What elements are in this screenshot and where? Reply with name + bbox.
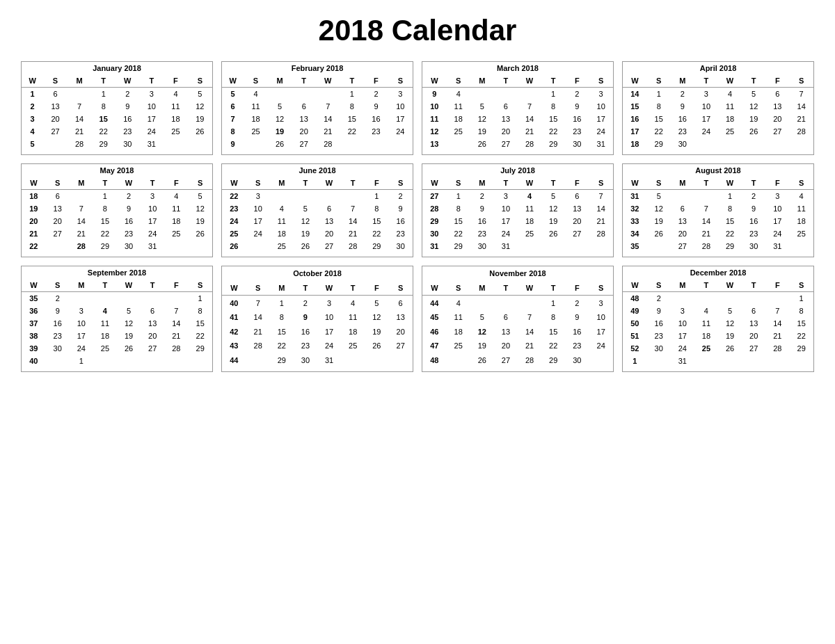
day-cell — [518, 296, 541, 310]
col-header: F — [365, 281, 388, 296]
col-header: T — [494, 74, 518, 88]
col-header: T — [494, 281, 518, 296]
day-cell: 7 — [316, 100, 340, 113]
day-cell: 7 — [589, 190, 613, 203]
day-cell: 14 — [164, 317, 188, 330]
col-header: F — [765, 177, 789, 190]
day-cell — [447, 138, 470, 150]
table-row: 1615161718192021 — [623, 113, 814, 125]
day-cell: 22 — [188, 330, 212, 342]
day-cell: 26 — [470, 353, 494, 367]
day-cell: 15 — [93, 215, 117, 227]
day-cell: 17 — [694, 113, 718, 125]
day-cell: 26 — [541, 227, 565, 240]
day-cell: 9 — [470, 202, 494, 215]
week-number: 11 — [422, 113, 447, 125]
day-cell — [742, 292, 765, 305]
col-header: F — [765, 279, 789, 292]
day-cell — [246, 353, 270, 367]
day-cell — [46, 355, 70, 367]
week-number: 32 — [623, 202, 647, 215]
day-cell: 9 — [565, 310, 589, 325]
day-cell: 19 — [294, 227, 317, 240]
week-number: 24 — [222, 215, 246, 227]
day-cell: 28 — [70, 240, 93, 252]
day-cell — [117, 292, 141, 305]
day-cell: 31 — [671, 355, 694, 367]
day-cell: 17 — [765, 215, 789, 227]
day-cell: 24 — [317, 339, 341, 353]
week-number: 48 — [623, 292, 647, 305]
week-number: 47 — [422, 339, 447, 353]
day-cell: 28 — [164, 342, 188, 355]
col-header: T — [694, 177, 718, 190]
col-header: S — [789, 74, 813, 88]
table-row: 54123 — [222, 88, 413, 101]
day-cell: 10 — [140, 100, 164, 113]
col-header: W — [623, 74, 647, 88]
day-cell: 7 — [694, 202, 718, 215]
day-cell: 5 — [742, 88, 765, 101]
table-row: 4618121314151617 — [422, 324, 614, 339]
day-cell: 1 — [718, 190, 742, 203]
day-cell: 13 — [43, 100, 67, 113]
day-cell: 27 — [494, 138, 518, 150]
table-row: 182930 — [623, 138, 814, 150]
week-number: 1 — [623, 355, 647, 367]
day-cell: 6 — [43, 88, 67, 101]
table-row: 320141516171819 — [22, 113, 213, 125]
day-cell: 9 — [117, 202, 141, 215]
table-row: 407123456 — [222, 296, 413, 310]
week-number: 42 — [222, 324, 246, 339]
day-cell: 28 — [316, 138, 340, 150]
day-cell: 18 — [164, 215, 188, 227]
day-cell — [742, 138, 765, 150]
week-number: 30 — [422, 227, 447, 240]
col-header: T — [541, 177, 565, 190]
col-header: T — [93, 177, 117, 190]
month-table-3: March 2018WSMTWTFS9412310115678910111812… — [422, 61, 614, 155]
day-cell — [565, 240, 589, 252]
day-cell: 7 — [518, 100, 541, 113]
day-cell: 9 — [364, 100, 388, 113]
table-row: 2127212223242526 — [22, 227, 213, 240]
day-cell: 12 — [294, 215, 317, 227]
day-cell: 8 — [93, 202, 117, 215]
day-cell: 20 — [43, 113, 67, 125]
day-cell: 4 — [447, 88, 470, 101]
day-cell: 27 — [141, 342, 164, 355]
day-cell: 2 — [388, 190, 413, 203]
week-number: 25 — [222, 227, 246, 240]
day-cell: 8 — [91, 100, 116, 113]
day-cell: 2 — [364, 88, 388, 101]
day-cell — [317, 190, 341, 203]
day-cell — [246, 240, 270, 252]
day-cell — [742, 355, 765, 367]
week-number: 3 — [22, 113, 44, 125]
week-number: 50 — [623, 317, 647, 330]
day-cell: 3 — [388, 88, 413, 101]
day-cell: 9 — [565, 100, 589, 113]
day-cell: 9 — [46, 305, 70, 317]
day-cell: 8 — [340, 100, 365, 113]
day-cell: 13 — [565, 202, 589, 215]
table-row: 213789101112 — [22, 100, 213, 113]
day-cell — [694, 292, 718, 305]
day-cell: 11 — [244, 100, 268, 113]
day-cell: 19 — [117, 330, 141, 342]
day-cell: 19 — [188, 113, 213, 125]
col-header: W — [422, 177, 447, 190]
day-cell: 22 — [93, 227, 117, 240]
col-header: M — [671, 279, 694, 292]
day-cell: 14 — [589, 202, 613, 215]
table-row: 45115678910 — [422, 310, 614, 325]
day-cell: 10 — [70, 317, 93, 330]
day-cell: 27 — [292, 138, 316, 150]
col-header: S — [188, 177, 212, 190]
day-cell: 31 — [140, 138, 164, 150]
col-header: S — [188, 74, 213, 88]
day-cell: 23 — [117, 227, 141, 240]
day-cell: 2 — [671, 88, 694, 101]
day-cell: 16 — [364, 113, 388, 125]
day-cell: 7 — [765, 305, 789, 317]
